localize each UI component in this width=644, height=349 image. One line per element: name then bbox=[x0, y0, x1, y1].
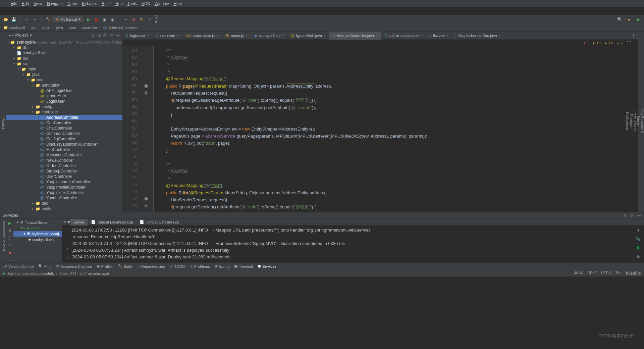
menu-edit[interactable]: Edit bbox=[22, 1, 29, 6]
tab-close-icon[interactable]: × bbox=[376, 34, 378, 37]
gutter-marks[interactable]: ⬤ @⬤ @ bbox=[142, 46, 150, 212]
vcs-update-icon[interactable]: ⟳ bbox=[139, 16, 145, 22]
bottom-sequence-diagram[interactable]: ⧉Sequence Diagram bbox=[56, 264, 92, 268]
editor-tab-YaopinchurukuDao.java[interactable]: IYaopinchurukuDao.java× bbox=[452, 32, 504, 40]
tree-node-entity[interactable]: ▸📁entity bbox=[6, 206, 122, 211]
menu-code[interactable]: Code bbox=[67, 1, 77, 6]
coverage-icon[interactable]: ▣ bbox=[101, 16, 107, 22]
ide-config-icon[interactable]: ● bbox=[626, 16, 632, 22]
tree-node-APPLoginUser[interactable]: @APPLoginUser bbox=[6, 88, 122, 93]
tab-close-icon[interactable]: × bbox=[246, 34, 248, 37]
right-tool-notifications[interactable]: Notifications bbox=[626, 34, 629, 208]
editor-tab-menu.js[interactable]: JSmenu.js× bbox=[222, 32, 251, 40]
bottom-version-control[interactable]: ⎇Version Control bbox=[3, 264, 34, 268]
bottom-dependencies[interactable]: ⬚Dependencies bbox=[137, 264, 165, 268]
tree-node-db[interactable]: ▸📁db bbox=[6, 45, 122, 50]
bottom-services[interactable]: ⬢Services bbox=[258, 264, 276, 268]
svc-tab-server[interactable]: Server bbox=[70, 219, 88, 226]
forward-icon[interactable]: → bbox=[32, 16, 38, 22]
svc-tree-Running[interactable]: ▾▸Running bbox=[13, 225, 62, 231]
breadcrumb-item[interactable]: AddressController bbox=[108, 26, 138, 30]
hide-icon[interactable]: — bbox=[116, 33, 120, 38]
cr-up-icon[interactable]: ⬆ bbox=[637, 227, 640, 234]
tree-node-UserController[interactable]: ⒸUserController bbox=[6, 174, 122, 179]
tab-close-icon[interactable]: × bbox=[282, 34, 284, 37]
menu-build[interactable]: Build bbox=[102, 1, 111, 6]
cr-print-icon[interactable]: 🖶 bbox=[636, 253, 640, 260]
menu-window[interactable]: Window bbox=[155, 1, 169, 6]
tree-node-ChatController[interactable]: ⒸChatController bbox=[6, 126, 122, 131]
bottom-profiler[interactable]: ◉Profiler bbox=[97, 264, 113, 268]
project-tab[interactable]: Project bbox=[2, 117, 6, 129]
svc-debug-icon[interactable]: ≡ bbox=[8, 228, 11, 233]
editor-tab-router-static.js[interactable]: JSrouter-static.js× bbox=[182, 32, 222, 40]
tab-close-icon[interactable]: × bbox=[499, 34, 501, 37]
breadcrumb-item[interactable]: com bbox=[69, 25, 81, 30]
right-tool-key-promoter-x[interactable]: Key Promoter X bbox=[640, 34, 644, 208]
tree-node-interceptor[interactable]: ▸📁interceptor bbox=[6, 211, 122, 212]
console-up-icon[interactable]: ↑ bbox=[67, 227, 69, 234]
bottom-find[interactable]: 🔍Find bbox=[38, 264, 51, 268]
weak-warning-count[interactable]: ▲ 12 bbox=[604, 41, 613, 45]
search-icon[interactable]: 🔍 bbox=[616, 16, 623, 22]
cr-settings-icon[interactable]: ⚙ bbox=[636, 262, 640, 262]
status-utf-8[interactable]: UTF-8 bbox=[601, 271, 611, 276]
svc-tree-Tomcat Server[interactable]: ▾⚙Tomcat Server bbox=[13, 219, 62, 225]
editor-tab-IgnoreAuth.java[interactable]: @IgnoreAuth.java× bbox=[288, 32, 329, 40]
status-标注\回复[interactable]: 标注\回复 bbox=[626, 271, 641, 276]
cr-attach-icon[interactable]: 📎 bbox=[636, 236, 640, 242]
editor-tab-ssmbyzr6.sql[interactable]: ◆ssmbyzr6.sql× bbox=[251, 32, 288, 40]
stop-icon[interactable]: ■ bbox=[130, 16, 137, 22]
profile-icon[interactable]: ◉ bbox=[109, 16, 115, 22]
console-wrap-icon[interactable]: ↲ bbox=[66, 244, 70, 251]
tree-node-dao[interactable]: ▸📁dao bbox=[6, 201, 122, 206]
tree-node-MessagesController[interactable]: ⒸMessagesController bbox=[6, 152, 122, 158]
svc-more-icon[interactable]: ⋯ bbox=[8, 258, 12, 262]
breadcrumb-item[interactable]: src bbox=[31, 25, 41, 30]
editor-tab-add-or-update.vue[interactable]: Vadd-or-update.vue× bbox=[381, 32, 426, 40]
tree-node-src[interactable]: ▾📁src bbox=[6, 61, 122, 66]
bookmarks-strip[interactable]: Bookmarks Structure bbox=[0, 219, 6, 262]
project-root[interactable]: ssmbyzr6 bbox=[16, 40, 35, 45]
svc-stop-icon[interactable]: ■ bbox=[8, 250, 11, 255]
tree-node-LoginUser[interactable]: @LoginUser bbox=[6, 99, 122, 104]
console-scroll-icon[interactable]: ⭳ bbox=[66, 253, 70, 260]
vcs-commit-icon[interactable]: ✓ bbox=[147, 16, 153, 22]
project-selector-icon[interactable]: ▸ ▪ bbox=[9, 33, 13, 38]
breadcrumb-item[interactable]: controller bbox=[82, 25, 102, 30]
menu-vcs[interactable]: VCS bbox=[142, 1, 150, 6]
tree-node-YaopinxinxiController[interactable]: ⒸYaopinxinxiController bbox=[6, 190, 122, 195]
bottom-build[interactable]: 🔨Build bbox=[118, 264, 132, 268]
breadcrumb-item[interactable]: ssmbyzr6 bbox=[9, 25, 30, 30]
line-gutter[interactable]: 5657585960616263646566676869707172737475… bbox=[123, 46, 142, 212]
more-icon[interactable]: 文A bbox=[155, 16, 161, 22]
svc-filter-icon[interactable]: ⋮ bbox=[8, 236, 12, 240]
collapse-icon[interactable]: ⇱ bbox=[103, 33, 107, 38]
cww-icon[interactable]: ▶ bbox=[635, 16, 641, 22]
editor-tab-AddressController.java[interactable]: CAddressController.java× bbox=[329, 32, 381, 40]
tree-node-OrdersController[interactable]: ⒸOrdersController bbox=[6, 163, 122, 168]
error-count[interactable]: ● 2 bbox=[583, 41, 589, 45]
bottom-spring[interactable]: ❀Spring bbox=[215, 264, 230, 268]
status-crlf[interactable]: CRLF bbox=[587, 271, 597, 276]
locate-icon[interactable]: ⊙ bbox=[91, 33, 95, 38]
status-48:14[interactable]: 48:14 bbox=[574, 271, 584, 276]
tree-node-AddressController[interactable]: ⒸAddressController bbox=[6, 115, 122, 120]
svc-tab-tomcat-catalina-log[interactable]: 📄Tomcat Catalina Log bbox=[136, 219, 182, 226]
bottom-terminal[interactable]: ▣Terminal bbox=[234, 264, 253, 268]
tree-node-ConfigController[interactable]: ⒸConfigController bbox=[6, 136, 122, 142]
save-icon[interactable]: 💾 bbox=[11, 16, 17, 22]
tab-close-icon[interactable]: × bbox=[177, 34, 179, 37]
tree-node-out[interactable]: ▸📁out bbox=[6, 56, 122, 61]
tree-node-CartController[interactable]: ⒸCartController bbox=[6, 120, 122, 126]
right-tool-maven[interactable]: Maven bbox=[637, 34, 640, 208]
warning-count[interactable]: ▲ 18 bbox=[592, 41, 600, 45]
svc-t1-icon[interactable]: ≡ bbox=[63, 220, 66, 225]
run-icon[interactable]: ▶ bbox=[85, 16, 91, 22]
attach-icon[interactable]: ⋯ bbox=[122, 16, 128, 22]
status-tab[interactable]: Tab bbox=[615, 271, 622, 276]
editor-tab-index.vue[interactable]: Vindex.vue× bbox=[152, 32, 183, 40]
tree-node-IgnoreAuth[interactable]: @IgnoreAuth bbox=[6, 93, 122, 99]
right-tool-strip[interactable]: Key Promoter XMavenRestServicesDatabaseN… bbox=[638, 32, 644, 212]
console-down-icon[interactable]: ↓ bbox=[67, 236, 69, 242]
